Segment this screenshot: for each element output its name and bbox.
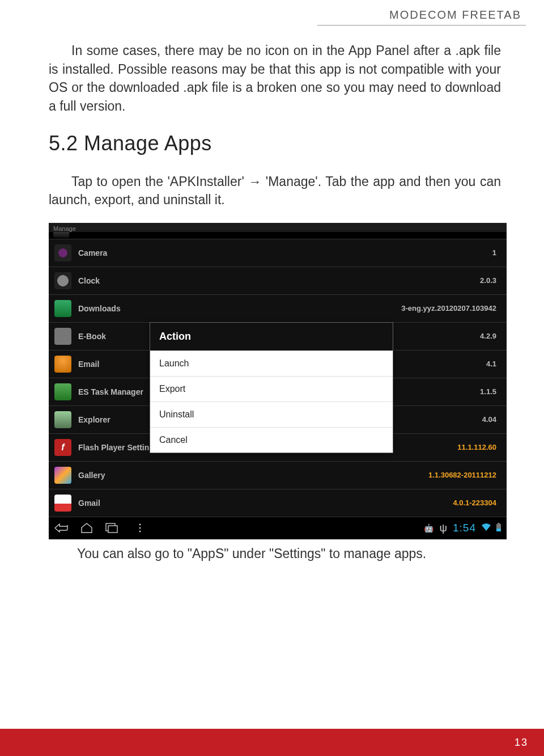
- ebook-icon: [54, 328, 71, 345]
- app-row[interactable]: Clock 2.0.3: [49, 267, 507, 294]
- app-name-label: Clock: [78, 276, 480, 285]
- app-version-label: 4.1: [486, 360, 496, 368]
- recent-apps-icon[interactable]: [105, 523, 118, 533]
- action-dialog: Action Launch Export Uninstall Cancel: [150, 322, 393, 453]
- screenshot-caption: You can also go to "AppS" under "Setting…: [49, 546, 501, 561]
- download-icon: [54, 300, 71, 317]
- dialog-cancel-button[interactable]: Cancel: [150, 427, 393, 453]
- battery-icon: [496, 522, 501, 534]
- usb-icon: ψ: [439, 522, 447, 534]
- svg-rect-6: [496, 529, 501, 531]
- app-version-label: 3-eng.yyz.20120207.103942: [401, 304, 496, 312]
- app-version-label: 4.0.1-223304: [453, 499, 496, 507]
- explorer-icon: [54, 411, 71, 428]
- paragraph-intro: In some cases, there may be no icon on i…: [49, 41, 501, 116]
- svg-rect-1: [108, 526, 117, 533]
- app-version-label: 1.1.5: [480, 387, 496, 396]
- paragraph-instructions-text: Tap to open the 'APKInstaller' → 'Manage…: [49, 174, 501, 208]
- page-number: 13: [515, 737, 528, 749]
- dialog-export-button[interactable]: Export: [150, 376, 393, 402]
- app-name-label: Gallery: [78, 471, 428, 480]
- gmail-icon: [54, 495, 71, 512]
- app-row[interactable]: Gallery 1.1.30682-20111212: [49, 461, 507, 489]
- app-row[interactable]: Downloads 3-eng.yyz.20120207.103942: [49, 294, 507, 322]
- app-version-label: 4.04: [482, 415, 496, 424]
- app-version-label: 1.1.30682-20111212: [428, 471, 496, 479]
- paragraph-intro-text: In some cases, there may be no icon on i…: [49, 43, 501, 113]
- dialog-uninstall-button[interactable]: Uninstall: [150, 402, 393, 427]
- header-divider: [317, 25, 526, 26]
- app-row[interactable]: Gmail 4.0.1-223304: [49, 489, 507, 517]
- flash-icon: f: [54, 439, 71, 456]
- page-header-brand: MODECOM FREETAB: [0, 0, 544, 25]
- back-icon[interactable]: [54, 523, 68, 533]
- app-row[interactable]: Camera 1: [49, 239, 507, 267]
- app-version-label: 4.2.9: [480, 332, 496, 340]
- screenshot-title: Manage: [49, 223, 507, 232]
- app-version-label: 11.1.112.60: [457, 443, 496, 451]
- page-footer: 13: [0, 729, 544, 756]
- task-manager-icon: [54, 383, 71, 400]
- android-debug-icon: 🤖: [424, 523, 434, 533]
- home-icon[interactable]: [80, 523, 93, 533]
- menu-dots-icon[interactable]: [138, 523, 142, 533]
- app-name-label: Downloads: [78, 304, 401, 313]
- screenshot-manage-apps: Manage Camera 1 Clock 2.0.3 Downloads 3-…: [49, 223, 507, 539]
- app-version-label: 1: [492, 248, 496, 257]
- email-icon: [54, 356, 71, 373]
- dialog-title: Action: [150, 323, 393, 350]
- svg-point-4: [139, 531, 141, 533]
- svg-rect-7: [498, 523, 500, 524]
- android-navbar: 🤖 ψ 1:54: [49, 517, 507, 539]
- screenshot-topicon: [53, 232, 69, 238]
- wifi-icon: [482, 522, 491, 534]
- gallery-icon: [54, 467, 71, 484]
- svg-point-3: [139, 527, 141, 529]
- svg-point-2: [139, 524, 141, 526]
- page-content: In some cases, there may be no icon on i…: [0, 41, 544, 561]
- dialog-launch-button[interactable]: Launch: [150, 350, 393, 376]
- app-name-label: Camera: [78, 248, 492, 257]
- app-version-label: 2.0.3: [480, 276, 496, 285]
- section-heading: 5.2 Manage Apps: [49, 132, 501, 155]
- clock-icon: [54, 272, 71, 289]
- paragraph-instructions: Tap to open the 'APKInstaller' → 'Manage…: [49, 172, 501, 209]
- camera-icon: [54, 244, 71, 261]
- status-time: 1:54: [453, 522, 476, 534]
- app-name-label: Gmail: [78, 499, 453, 508]
